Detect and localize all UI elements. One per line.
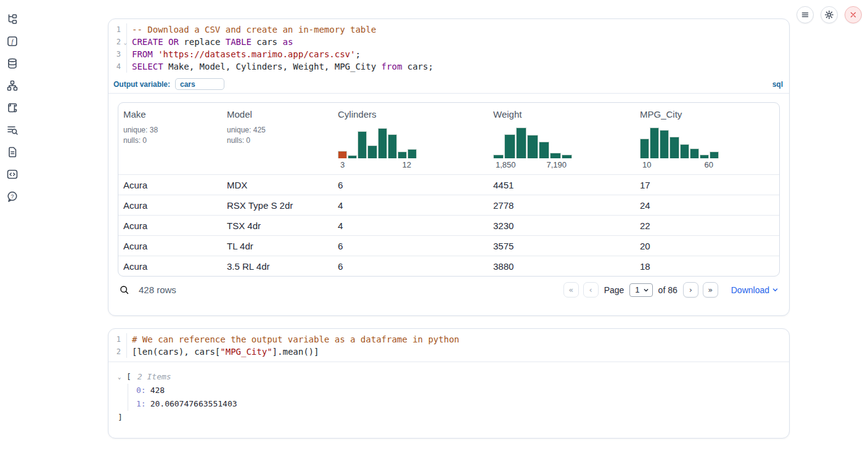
table-cell: 4 (333, 216, 488, 235)
histogram-bar (539, 142, 549, 158)
histogram-bar (358, 131, 367, 158)
row-count: 428 rows (139, 285, 176, 295)
code-line[interactable]: 1# We can reference the output variable … (108, 333, 789, 346)
table-row: AcuraRSX Type S 2dr4277824 (118, 195, 779, 215)
download-label: Download (731, 285, 769, 295)
gear-icon (824, 10, 834, 20)
unique-count: unique: 38 (123, 125, 222, 136)
notebook-controls (796, 6, 862, 23)
snippets-icon (6, 168, 18, 182)
code-line[interactable]: 2[len(cars), cars["MPG_City"].mean()] (108, 346, 789, 358)
histogram-bar (690, 148, 699, 158)
sidebar-item-variables[interactable]: f (5, 34, 20, 49)
language-chip: sql (772, 80, 783, 89)
search-button[interactable] (119, 285, 129, 295)
output-variable-input[interactable] (175, 78, 224, 90)
page-select[interactable]: 1 (629, 283, 652, 297)
code-line[interactable]: 4SELECT Make, Model, Cylinders, Weight, … (108, 60, 789, 73)
svg-text:f: f (12, 38, 15, 45)
table-row: Acura3.5 RL 4dr6388018 (118, 256, 779, 276)
table-cell: Acura (118, 236, 222, 256)
histogram-bar (562, 155, 572, 158)
entry-value: 20.060747663551403 (150, 399, 237, 408)
table-row: AcuraTSX 4dr4323022 (118, 215, 779, 235)
code-line[interactable]: 2⌄CREATE OR replace TABLE cars as (108, 36, 789, 48)
tree-collapse-toggle[interactable]: ⌄ (118, 370, 124, 384)
histogram-bar (398, 152, 407, 158)
histogram-bar (700, 155, 709, 158)
column-title: MPG_City (640, 109, 779, 119)
menu-button[interactable] (796, 6, 814, 23)
next-page-button[interactable]: › (683, 282, 698, 297)
download-button[interactable]: Download (731, 285, 779, 295)
sidebar-item-logs[interactable] (5, 101, 20, 116)
histogram-bar (550, 153, 560, 158)
sidebar-item-datasources[interactable] (5, 57, 20, 71)
column-header-cylinders[interactable]: Cylinders 3 12 (333, 109, 488, 169)
table-row: AcuraTL 4dr6357520 (118, 235, 779, 256)
line-number: 2⌄ (108, 36, 127, 48)
histogram-bar (348, 155, 357, 158)
histogram-bar (338, 151, 347, 158)
search-icon (119, 285, 129, 295)
sql-code-editor[interactable]: 1-- Download a CSV and create an in-memo… (108, 19, 789, 76)
hist-max-label: 12 (403, 160, 411, 169)
sidebar-item-search[interactable] (5, 123, 20, 138)
sidebar-item-documentation[interactable] (5, 145, 20, 160)
column-header-mpg-city[interactable]: MPG_City 10 60 (635, 109, 779, 169)
column-header-model[interactable]: Model unique: 425 nulls: 0 (222, 109, 333, 169)
fold-chevron-icon[interactable]: ⌄ (124, 36, 127, 49)
table-cell: Acura (118, 175, 222, 195)
sidebar-item-help[interactable]: ? (5, 190, 20, 204)
sidebar-item-snippets[interactable] (5, 168, 20, 182)
mpg-city-histogram[interactable] (640, 125, 719, 158)
column-header-weight[interactable]: Weight 1,850 7,190 (488, 109, 635, 169)
settings-button[interactable] (821, 6, 838, 23)
line-number: 3 (108, 48, 127, 60)
function-icon: f (6, 35, 18, 49)
first-page-button[interactable]: « (563, 282, 579, 297)
table-cell: Acura (118, 256, 222, 276)
output-variable-bar: Output variable: sql (108, 76, 789, 94)
scroll-icon (6, 102, 18, 116)
python-code-editor[interactable]: 1# We can reference the output variable … (108, 329, 789, 362)
hist-max-label: 60 (705, 160, 713, 169)
list-close-bracket: ] (118, 411, 780, 424)
cylinders-histogram[interactable] (338, 125, 417, 158)
column-title: Model (227, 109, 333, 119)
prev-page-button[interactable]: ‹ (583, 282, 599, 297)
table-cell: 6 (333, 256, 488, 276)
table-cell: 4451 (488, 175, 635, 195)
table-cell: RSX Type S 2dr (222, 195, 333, 215)
shutdown-button[interactable] (845, 6, 862, 23)
list-entry: 1:20.060747663551403 (136, 397, 780, 411)
list-items-count: 2 Items (137, 370, 171, 384)
python-output: ⌄ [ 2 Items 0:4281:20.060747663551403 ] (108, 362, 789, 432)
histogram-bar (388, 134, 397, 158)
entry-index: 0: (136, 386, 146, 395)
histogram-bar (378, 128, 387, 158)
column-title: Make (123, 109, 222, 119)
table-cell: 3230 (488, 216, 635, 235)
column-header-make[interactable]: Make unique: 38 nulls: 0 (118, 109, 222, 169)
line-number: 4 (108, 60, 127, 73)
chevron-down-icon (772, 286, 779, 293)
code-line[interactable]: 1-- Download a CSV and create an in-memo… (108, 23, 789, 36)
code-line[interactable]: 3FROM 'https://datasets.marimo.app/cars.… (108, 48, 789, 60)
pagination: «‹ Page 1 of 86 ›» Download (563, 282, 779, 297)
line-number: 1 (108, 333, 127, 346)
weight-histogram[interactable] (493, 125, 572, 158)
sidebar-item-file-explorer[interactable] (5, 12, 20, 27)
search-list-icon (6, 124, 18, 138)
last-page-button[interactable]: » (703, 282, 718, 297)
table-cell: 24 (635, 195, 779, 215)
entry-value: 428 (150, 386, 165, 395)
table-header-row: Make unique: 38 nulls: 0 Model unique: 4… (118, 103, 779, 174)
histogram-bar (669, 137, 679, 158)
sql-cell: 1-- Download a CSV and create an in-memo… (108, 18, 790, 316)
histogram-bar (516, 127, 526, 158)
table-cell: 3.5 RL 4dr (222, 256, 333, 276)
sidebar-item-dependencies[interactable] (5, 79, 20, 94)
table-cell: TSX 4dr (222, 216, 333, 235)
table-cell: 22 (635, 216, 779, 235)
